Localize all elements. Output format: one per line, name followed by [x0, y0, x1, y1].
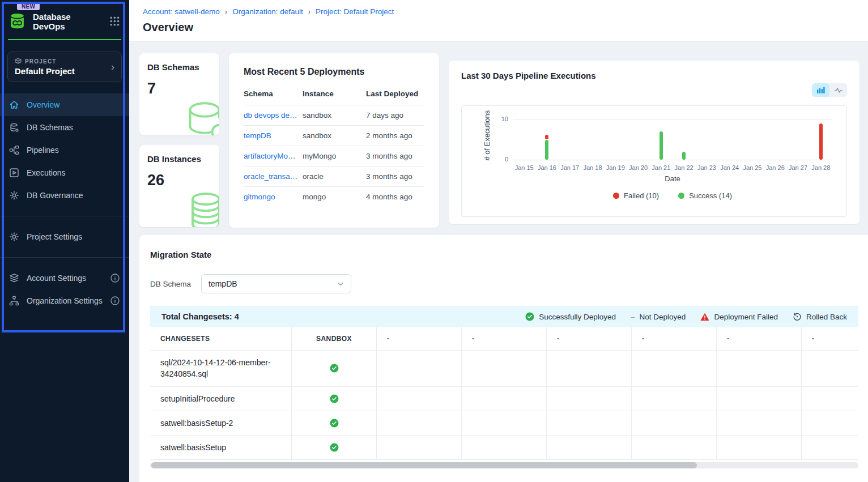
- changeset-empty-cell: [632, 387, 717, 411]
- chevron-right-icon: ›: [225, 7, 227, 16]
- changeset-empty-cell: [632, 411, 717, 436]
- sidebar-item-db-schemas[interactable]: DB Schemas: [0, 116, 129, 139]
- status-legend: Successfully Deployed – Not Deployed Dep…: [525, 312, 847, 321]
- chart-bar-success: [682, 152, 686, 160]
- project-label: PROJECT: [25, 58, 57, 65]
- x-tick-label: Jan 28: [810, 164, 832, 171]
- breadcrumb-account-link[interactable]: Account: satwell-demo: [143, 7, 220, 16]
- chevron-right-icon: ›: [308, 7, 310, 16]
- chart-title: Last 30 Days Pipeline Executions: [461, 71, 847, 80]
- line-chart-toggle[interactable]: [829, 83, 847, 97]
- main-area: Account: satwell-demo › Organization: de…: [129, 0, 868, 482]
- pipelines-icon: [9, 145, 19, 155]
- recent-deployments-card: Most Recent 5 Deployments Schema Instanc…: [229, 53, 439, 228]
- deployment-row: tempDBsandbox2 months ago: [244, 126, 424, 146]
- gear-icon: [9, 190, 19, 201]
- sidebar-item-label: Account Settings: [27, 274, 86, 283]
- check-circle-icon: [330, 419, 339, 428]
- deployment-schema-link[interactable]: db devops demo: [244, 111, 303, 120]
- db-schema-selected-value: tempDB: [209, 279, 237, 288]
- deployment-last-deployed: 7 days ago: [366, 111, 424, 120]
- changesets-column-header: -: [802, 327, 858, 351]
- legend-rolled-back: Rolled Back: [793, 312, 847, 321]
- changeset-status-cell: [292, 411, 377, 436]
- deployment-instance: mongo: [303, 193, 366, 201]
- chart-bar-failed: [819, 123, 823, 160]
- cube-icon: [15, 58, 22, 65]
- deployment-schema-link[interactable]: gitmongo: [244, 193, 303, 201]
- chart-column: [810, 106, 832, 160]
- sidebar: NEW Database DevOps PROJECT Default Proj…: [0, 0, 129, 482]
- deployment-instance: sandbox: [303, 131, 366, 140]
- changesets-header-row: CHANGESETSSANDBOX------: [150, 327, 858, 351]
- bar-chart-toggle[interactable]: [812, 83, 829, 97]
- x-tick-label: Jan 19: [604, 164, 627, 171]
- deployment-schema-link[interactable]: artifactoryMongo: [244, 152, 303, 160]
- x-tick-label: Jan 21: [650, 164, 673, 171]
- changeset-empty-cell: [632, 351, 717, 387]
- deployment-schema-link[interactable]: tempDB: [244, 131, 303, 140]
- chart-column: [764, 106, 786, 160]
- chart-legend-item[interactable]: Failed (10): [613, 191, 659, 200]
- sidebar-item-pipelines[interactable]: Pipelines: [0, 139, 129, 161]
- deployment-row: db devops demosandbox7 days ago: [244, 105, 424, 126]
- changeset-row: satwell:basisSetup-2: [150, 411, 858, 436]
- sidebar-item-label: DB Schemas: [27, 123, 73, 132]
- changeset-empty-cell: [377, 436, 462, 460]
- sidebar-item-organization-settings[interactable]: Organization Settings: [0, 289, 129, 312]
- chart-column: [535, 106, 558, 160]
- y-axis-label: # of Executions: [483, 104, 492, 167]
- deployment-schema-link[interactable]: oracle_transact...: [244, 172, 303, 181]
- sidebar-item-label: DB Governance: [27, 191, 83, 200]
- chart-column: [650, 106, 673, 160]
- apps-grid-icon[interactable]: [109, 16, 120, 27]
- rollback-arrow-icon: [793, 312, 802, 321]
- chevron-down-icon: [337, 281, 344, 287]
- project-selector[interactable]: PROJECT Default Project ›: [7, 52, 122, 82]
- sidebar-item-account-settings[interactable]: Account Settings: [0, 267, 129, 289]
- stat-value: 26: [147, 172, 211, 189]
- x-tick-label: Jan 15: [513, 164, 535, 171]
- changesets-column-header: -: [717, 327, 802, 351]
- breadcrumb-project-link[interactable]: Project: Default Project: [316, 7, 394, 16]
- scrollbar-thumb[interactable]: [151, 462, 697, 468]
- chevron-right-icon: ›: [111, 61, 114, 73]
- db-schema-label: DB Schema: [150, 280, 191, 288]
- deployments-table: Schema Instance Last Deployed db devops …: [244, 86, 424, 207]
- deployment-last-deployed: 3 months ago: [366, 172, 424, 181]
- changeset-row: satwell:basisSetup: [150, 436, 858, 460]
- x-axis-line: [513, 160, 832, 160]
- gear-icon: [9, 232, 19, 242]
- line-chart-icon: [834, 87, 843, 93]
- chart-column: [718, 106, 741, 160]
- changeset-row: sql/2024-10-14-12-06-member-34240854.sql: [150, 351, 858, 387]
- legend-label: Success (14): [689, 191, 732, 200]
- changeset-empty-cell: [717, 387, 802, 411]
- sidebar-item-db-governance[interactable]: DB Governance: [0, 184, 129, 207]
- changeset-empty-cell: [802, 411, 858, 436]
- chart-plot-area: # of Executions 10 0 Jan 15Jan 16Jan 17J…: [461, 105, 847, 217]
- chart-legend-item[interactable]: Success (14): [678, 191, 732, 200]
- project-name: Default Project: [15, 66, 114, 76]
- db-schema-select[interactable]: tempDB: [201, 274, 351, 293]
- chart-column: [581, 106, 604, 160]
- sidebar-item-executions[interactable]: Executions: [0, 161, 129, 184]
- changeset-empty-cell: [547, 411, 632, 436]
- info-icon[interactable]: [110, 296, 120, 306]
- header-divider: [8, 39, 121, 40]
- info-icon[interactable]: [110, 273, 120, 283]
- y-tick-0: 0: [493, 156, 508, 163]
- database-outline-icon: [182, 99, 219, 135]
- breadcrumb-organization-link[interactable]: Organization: default: [232, 7, 303, 16]
- changeset-empty-cell: [377, 387, 462, 411]
- check-circle-icon: [525, 312, 534, 321]
- sidebar-item-overview[interactable]: Overview: [0, 93, 129, 116]
- sidebar-item-label: Project Settings: [27, 232, 82, 241]
- sidebar-divider: [0, 257, 129, 258]
- changesets-column-header: -: [632, 327, 717, 351]
- deployment-row: gitmongomongo4 months ago: [244, 187, 424, 207]
- stat-label: DB Schemas: [147, 62, 211, 72]
- sidebar-item-project-settings[interactable]: Project Settings: [0, 225, 129, 248]
- changesets-column-header: SANDBOX: [292, 327, 377, 351]
- x-tick-label: Jan 22: [673, 164, 695, 171]
